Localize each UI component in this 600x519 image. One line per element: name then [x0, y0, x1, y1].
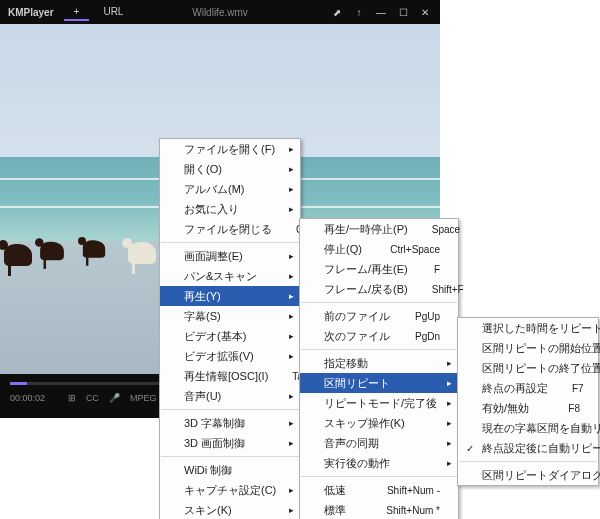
mi-frame-fwd[interactable]: フレーム/再生(E)F — [300, 259, 458, 279]
mi-skin[interactable]: スキン(K) — [160, 500, 300, 519]
mi-playback[interactable]: 再生(Y) — [160, 286, 300, 306]
mi-repeat-mode[interactable]: リピートモード/完了後 — [300, 393, 458, 413]
mi-audio-sync[interactable]: 音声の同期 — [300, 433, 458, 453]
mi-jump[interactable]: 指定移動 — [300, 353, 458, 373]
mi-skip[interactable]: スキップ操作(K) — [300, 413, 458, 433]
mi-osc[interactable]: 再生情報[OSC](I)Tab — [160, 366, 300, 386]
mi-subtitle[interactable]: 字幕(S) — [160, 306, 300, 326]
mi-next-file[interactable]: 次のファイルPgDn — [300, 326, 458, 346]
mi-stop[interactable]: 停止(Q)Ctrl+Space — [300, 239, 458, 259]
titlebar: KMPlayer + URL Wildlife.wmv ⬈ ↑ — ☐ ✕ — [0, 0, 440, 24]
mi-prev-file[interactable]: 前のファイルPgUp — [300, 306, 458, 326]
mi-screen-adjust[interactable]: 画面調整(E) — [160, 246, 300, 266]
mi-close-file[interactable]: ファイルを閉じるCtrl+Z — [160, 219, 300, 239]
mi-repeat-auto-after-end[interactable]: 終点設定後に自動リピート — [458, 438, 598, 458]
mi-repeat-reset-end[interactable]: 終点の再設定F7 — [458, 378, 598, 398]
mi-video-ext[interactable]: ビデオ拡張(V) — [160, 346, 300, 366]
mi-repeat-10s[interactable]: 選択した時間をリピート(10秒)F4 — [458, 318, 598, 338]
mi-widi[interactable]: WiDi 制御 — [160, 460, 300, 480]
mi-frame-back[interactable]: フレーム/戻る(B)Shift+F — [300, 279, 458, 299]
mi-play-pause[interactable]: 再生/一時停止(P)Space — [300, 219, 458, 239]
mi-ab-repeat[interactable]: 区間リピート — [300, 373, 458, 393]
pin-icon[interactable]: ⬈ — [330, 7, 344, 18]
voice-icon[interactable]: 🎤 — [109, 393, 120, 403]
mi-3d-sub[interactable]: 3D 字幕制御 — [160, 413, 300, 433]
tab-plus[interactable]: + — [64, 4, 90, 21]
close-icon[interactable]: ✕ — [418, 7, 432, 18]
context-menu-main: ファイルを開く(F) 開く(O) アルバム(M) お気に入り ファイルを閉じるC… — [159, 138, 301, 519]
mi-3d-screen[interactable]: 3D 画面制御 — [160, 433, 300, 453]
submenu-ab-repeat: 選択した時間をリピート(10秒)F4 区間リピートの開始位置F5 区間リピートの… — [457, 317, 599, 486]
mi-repeat-end[interactable]: 区間リピートの終了位置F6 — [458, 358, 598, 378]
maximize-icon[interactable]: ☐ — [396, 7, 410, 18]
mi-audio[interactable]: 音声(U) — [160, 386, 300, 406]
time-label: 00:00:02 — [10, 393, 54, 403]
mi-favorites[interactable]: お気に入り — [160, 199, 300, 219]
up-icon[interactable]: ↑ — [352, 7, 366, 18]
mi-pan-scan[interactable]: パン&スキャン — [160, 266, 300, 286]
tab-url[interactable]: URL — [93, 4, 133, 21]
filename-label: Wildlife.wmv — [192, 7, 248, 18]
mi-album[interactable]: アルバム(M) — [160, 179, 300, 199]
open-icon[interactable]: ⊞ — [68, 393, 76, 403]
mi-repeat-dialog[interactable]: 区間リピートダイアログ...F9 — [458, 465, 598, 485]
cc-button[interactable]: CC — [86, 393, 99, 403]
submenu-playback: 再生/一時停止(P)Space 停止(Q)Ctrl+Space フレーム/再生(… — [299, 218, 459, 519]
mi-normal-speed[interactable]: 標準Shift+Num * — [300, 500, 458, 519]
mi-video-basic[interactable]: ビデオ(基本) — [160, 326, 300, 346]
mi-slow[interactable]: 低速Shift+Num - — [300, 480, 458, 500]
mi-after-play[interactable]: 実行後の動作 — [300, 453, 458, 473]
minimize-icon[interactable]: — — [374, 7, 388, 18]
mi-repeat-toggle[interactable]: 有効/無効F8 — [458, 398, 598, 418]
codec-button[interactable]: MPEG — [130, 393, 157, 403]
app-logo: KMPlayer — [8, 7, 54, 18]
mi-open-file[interactable]: ファイルを開く(F) — [160, 139, 300, 159]
mi-repeat-start[interactable]: 区間リピートの開始位置F5 — [458, 338, 598, 358]
window-buttons: ⬈ ↑ — ☐ ✕ — [330, 7, 432, 18]
mi-open[interactable]: 開く(O) — [160, 159, 300, 179]
mi-repeat-sub-auto[interactable]: 現在の字幕区間を自動リピート/ — [458, 418, 598, 438]
mi-capture[interactable]: キャプチャ設定(C) — [160, 480, 300, 500]
